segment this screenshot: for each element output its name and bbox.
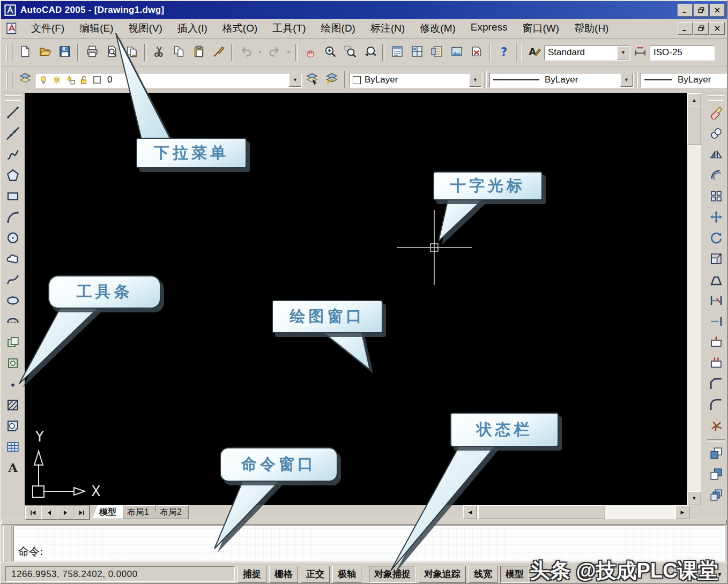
dim-style-button[interactable] [630, 43, 650, 62]
status-toggle-2[interactable]: 正交 [301, 566, 330, 583]
scroll-right-icon[interactable]: ▶ [675, 505, 689, 519]
arc-button[interactable] [3, 207, 23, 228]
menu-item-1[interactable]: 编辑(E) [72, 19, 121, 38]
text-style-button[interactable]: A [524, 43, 544, 62]
match-properties-button[interactable] [209, 43, 228, 62]
menu-item-3[interactable]: 插入(I) [170, 19, 215, 38]
status-toggle-5[interactable]: 对象追踪 [419, 566, 466, 583]
scale-button[interactable] [706, 249, 726, 270]
sun-viewport-icon[interactable] [65, 75, 75, 85]
command-window-grip[interactable] [3, 526, 12, 561]
previous-tab-icon[interactable] [41, 506, 57, 520]
color-combo[interactable]: ByLayer ▼ [349, 73, 482, 87]
first-tab-icon[interactable] [25, 506, 41, 520]
chevron-down-icon[interactable]: ▼ [617, 46, 629, 59]
tab-layout1[interactable]: 布局1 [120, 505, 156, 519]
revision-cloud-button[interactable] [3, 249, 23, 270]
properties-button[interactable] [387, 43, 407, 62]
zoom-window-button[interactable] [340, 43, 360, 62]
break-button[interactable] [706, 354, 726, 375]
vertical-scroll-thumb[interactable] [687, 107, 701, 145]
chevron-down-icon[interactable]: ▼ [620, 73, 633, 87]
trim-button[interactable] [706, 291, 726, 312]
tab-layout2[interactable]: 布局2 [153, 505, 189, 519]
explode-button[interactable] [706, 416, 726, 437]
sheetset-manager-button[interactable] [447, 43, 466, 62]
undo-button[interactable] [236, 43, 256, 62]
toolbar-grip[interactable] [6, 43, 13, 62]
vertical-scrollbar[interactable]: ▲ ▼ [687, 93, 701, 505]
menu-item-6[interactable]: 绘图(D) [314, 19, 363, 38]
close-button[interactable] [710, 4, 725, 17]
doc-restore-button[interactable] [694, 22, 709, 35]
tab-model[interactable]: 模型 [92, 505, 123, 519]
redo-button[interactable] [264, 43, 284, 62]
layer-combo[interactable]: 0 ▼ [35, 73, 302, 87]
minimize-button[interactable] [678, 4, 693, 17]
rotate-button[interactable] [706, 228, 726, 249]
cut-button[interactable] [149, 43, 169, 62]
copy-button[interactable] [169, 43, 189, 62]
point-button[interactable] [3, 375, 23, 395]
paste-button[interactable] [189, 43, 209, 62]
status-toggle-0[interactable]: 捕捉 [237, 566, 266, 583]
chamfer-button[interactable] [706, 375, 726, 395]
new-file-button[interactable] [15, 43, 35, 62]
chevron-down-icon[interactable]: ▼ [469, 73, 481, 87]
menu-item-9[interactable]: Express [463, 19, 515, 38]
next-tab-icon[interactable] [57, 506, 73, 520]
stretch-button[interactable] [706, 270, 726, 291]
menu-item-7[interactable]: 标注(N) [363, 19, 412, 38]
circle-button[interactable] [3, 228, 23, 249]
offset-button[interactable] [706, 166, 726, 186]
toolbar-grip[interactable] [516, 43, 522, 62]
spline-button[interactable] [3, 270, 23, 291]
help-button[interactable]: ? [494, 43, 514, 62]
lock-open-icon[interactable] [79, 75, 88, 85]
erase-button[interactable] [706, 103, 726, 124]
layer-properties-button[interactable] [15, 70, 35, 89]
plot-button[interactable] [82, 43, 102, 62]
horizontal-scrollbar[interactable]: ◀ ▶ [463, 505, 689, 519]
layer-previous-button[interactable] [322, 70, 341, 89]
text-style-combo[interactable]: Standard ▼ [544, 46, 630, 60]
open-file-button[interactable] [35, 43, 55, 62]
draworder-bring-to-front-button[interactable] [706, 444, 726, 465]
menu-item-8[interactable]: 修改(M) [412, 19, 463, 38]
ellipse-button[interactable] [3, 291, 23, 312]
undo-dropdown-button[interactable] [256, 43, 264, 62]
region-button[interactable] [3, 416, 23, 437]
zoom-previous-button[interactable] [360, 43, 380, 62]
lineweight-combo[interactable]: ByLayer [641, 73, 726, 87]
make-block-button[interactable] [3, 354, 23, 375]
scroll-left-icon[interactable]: ◀ [463, 505, 477, 519]
extend-button[interactable] [706, 312, 726, 333]
swatch-white-icon[interactable] [92, 75, 102, 85]
status-toggle-3[interactable]: 极轴 [332, 566, 361, 583]
scroll-up-icon[interactable]: ▲ [687, 93, 701, 107]
doc-minimize-button[interactable] [678, 22, 693, 35]
plot-preview-button[interactable] [102, 43, 122, 62]
status-toggle-1[interactable]: 栅格 [269, 566, 298, 583]
status-toggle-6[interactable]: 线宽 [469, 566, 497, 583]
markup-set-manager-button[interactable] [466, 43, 486, 62]
polyline-button[interactable] [3, 145, 23, 166]
copy-object-button[interactable] [706, 124, 726, 145]
linetype-combo[interactable]: ByLayer ▼ [489, 73, 633, 87]
command-window-splitter[interactable] [1, 520, 727, 525]
hatch-button[interactable] [3, 395, 23, 416]
table-button[interactable] [3, 437, 23, 458]
menu-item-11[interactable]: 帮助(H) [567, 19, 616, 38]
toolbar-grip[interactable] [6, 71, 13, 89]
menu-item-4[interactable]: 格式(O) [215, 19, 265, 38]
status-toggle-4[interactable]: 对象捕捉 [369, 566, 416, 583]
publish-button[interactable] [122, 43, 142, 62]
chevron-down-icon[interactable]: ▼ [289, 73, 301, 87]
zoom-realtime-button[interactable] [320, 43, 340, 62]
designcenter-button[interactable] [407, 43, 427, 62]
draworder-send-to-back-button[interactable] [706, 465, 726, 485]
multiline-text-button[interactable]: A [3, 458, 23, 479]
horizontal-scroll-thumb[interactable] [478, 505, 605, 519]
toolbar-grip[interactable] [5, 95, 21, 101]
doc-close-button[interactable] [710, 22, 725, 35]
